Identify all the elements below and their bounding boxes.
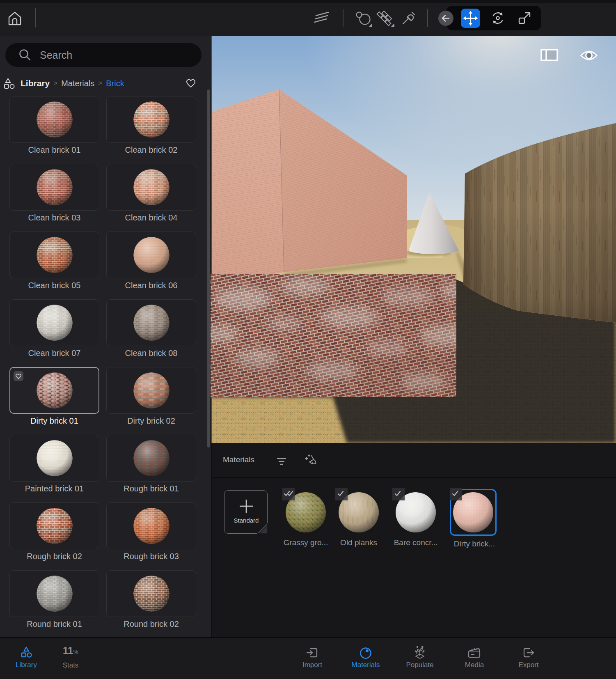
- material-sphere: [35, 303, 74, 342]
- material-label: Rough brick 01: [106, 484, 196, 493]
- scene-material-item[interactable]: Bare concr...: [392, 489, 439, 536]
- materials-divider: [212, 477, 616, 478]
- library-material-item[interactable]: Clean brick 01: [9, 96, 99, 164]
- material-label: Clean brick 01: [9, 145, 99, 155]
- library-material-item[interactable]: Clean brick 07: [9, 299, 99, 367]
- material-thumb-card: [9, 232, 99, 278]
- material-thumb-card: [106, 502, 196, 549]
- search-icon: [17, 47, 33, 63]
- nav-label: Export: [506, 661, 551, 669]
- material-sphere: [132, 168, 171, 206]
- titlebar-strip: [0, 0, 616, 3]
- material-label: Round brick 02: [106, 619, 196, 629]
- slanted-lines-icon[interactable]: [313, 10, 331, 26]
- back-arrow-icon: [438, 11, 453, 26]
- material-sphere: [132, 236, 171, 274]
- toolbar-divider: [427, 9, 428, 27]
- library-material-item[interactable]: Round brick 02: [106, 570, 196, 637]
- eyedropper-icon[interactable]: [401, 10, 417, 26]
- material-label: Dirty brick...: [451, 539, 498, 548]
- scrollbar-thumb[interactable]: [207, 89, 210, 447]
- breadcrumb-library[interactable]: Library: [21, 78, 50, 88]
- library-material-item[interactable]: Dirty brick 01: [9, 367, 99, 435]
- library-material-item[interactable]: Clean brick 04: [106, 164, 196, 232]
- viewport-panel-toggle-icon[interactable]: [541, 50, 557, 60]
- library-material-item[interactable]: Painted brick 01: [9, 435, 99, 502]
- nav-materials[interactable]: Materials: [343, 643, 388, 676]
- materials-icon: [343, 643, 388, 659]
- material-sphere: [35, 371, 74, 410]
- populate-icon: [397, 643, 442, 659]
- library-material-item[interactable]: Clean brick 05: [9, 232, 99, 299]
- nav-import[interactable]: Import: [290, 643, 335, 676]
- nav-library[interactable]: Library: [4, 643, 49, 676]
- material-label: Painted brick 01: [9, 484, 99, 493]
- material-thumb-card: [106, 96, 196, 143]
- material-label: Dirty brick 02: [106, 416, 196, 426]
- library-material-item[interactable]: Rough brick 01: [106, 435, 196, 502]
- nav-populate[interactable]: Populate: [397, 643, 442, 676]
- material-sphere: [35, 439, 74, 477]
- stats-value: 11%: [48, 643, 93, 660]
- nav-media[interactable]: Media: [452, 643, 497, 676]
- favorites-heart-icon[interactable]: [185, 78, 196, 89]
- scene-materials-panel: Materials: [211, 443, 616, 637]
- material-label: Dirty brick 01: [9, 416, 99, 426]
- filter-icon[interactable]: [276, 456, 287, 466]
- nav-label: Media: [452, 661, 497, 669]
- rotate-tool-icon[interactable]: [490, 10, 506, 26]
- material-label: Clean brick 07: [9, 349, 99, 358]
- scene-material-item[interactable]: Dirty brick...: [450, 489, 497, 536]
- material-thumb-card: [9, 299, 99, 346]
- library-material-item[interactable]: Dirty brick 02: [106, 367, 196, 435]
- library-material-item[interactable]: Round brick 01: [9, 570, 99, 637]
- material-sphere: [35, 100, 74, 139]
- nav-stats-label: Stats: [48, 661, 93, 670]
- application-window: Search Library > Materials > Brick: [0, 0, 616, 679]
- material-label: Clean brick 05: [9, 281, 99, 290]
- nav-label: Populate: [397, 661, 442, 669]
- material-sphere: [35, 574, 74, 613]
- breadcrumb-brick[interactable]: Brick: [106, 79, 124, 88]
- material-thumb-card: [9, 570, 99, 617]
- standard-material-card[interactable]: Standard: [224, 490, 268, 534]
- library-shapes-icon: [3, 77, 15, 89]
- material-thumb-card: [9, 164, 99, 211]
- library-material-item[interactable]: Clean brick 06: [106, 232, 196, 299]
- material-label: Bare concr...: [392, 538, 439, 547]
- bottom-navbar: Library 11% Stats ImportMaterialsPopulat…: [0, 637, 616, 679]
- scale-tool-icon[interactable]: [516, 10, 533, 26]
- material-label: Rough brick 02: [9, 552, 99, 561]
- nav-stats[interactable]: 11% Stats: [48, 643, 93, 676]
- library-material-item[interactable]: Clean brick 02: [106, 96, 196, 164]
- library-material-item[interactable]: Rough brick 02: [9, 502, 99, 570]
- scene-material-item[interactable]: Grassy gro...: [282, 489, 329, 536]
- material-pattern-icon[interactable]: [376, 9, 396, 28]
- top-toolbar: [0, 0, 616, 36]
- scene-material-item[interactable]: Old planks: [335, 489, 382, 536]
- breadcrumb-materials[interactable]: Materials: [61, 79, 94, 88]
- material-sphere: [35, 168, 74, 206]
- library-material-item[interactable]: Rough brick 03: [106, 502, 196, 570]
- toolbar-divider: [35, 8, 36, 28]
- material-sphere: [35, 236, 74, 274]
- toolbar-divider: [343, 9, 343, 27]
- materials-panel-title: Materials: [223, 455, 254, 464]
- material-label: Clean brick 04: [106, 213, 196, 223]
- applied-check-badge: [392, 488, 405, 502]
- material-thumb-card: [106, 232, 196, 278]
- clean-brush-icon[interactable]: [304, 454, 318, 468]
- favorite-heart-chip[interactable]: [14, 371, 23, 381]
- library-material-item[interactable]: Clean brick 08: [106, 299, 196, 367]
- geometry-tool-icon[interactable]: [354, 9, 373, 28]
- nav-export[interactable]: Export: [506, 643, 551, 676]
- search-input[interactable]: Search: [5, 43, 202, 67]
- applied-check-badge: [450, 488, 463, 502]
- library-panel: Search Library > Materials > Brick: [0, 36, 211, 637]
- material-label: Rough brick 03: [106, 552, 196, 561]
- material-label: Old planks: [335, 538, 382, 547]
- material-thumb-card: [9, 502, 99, 549]
- home-icon[interactable]: [6, 9, 24, 28]
- library-material-item[interactable]: Clean brick 03: [9, 164, 99, 232]
- nav-label: Import: [290, 661, 335, 669]
